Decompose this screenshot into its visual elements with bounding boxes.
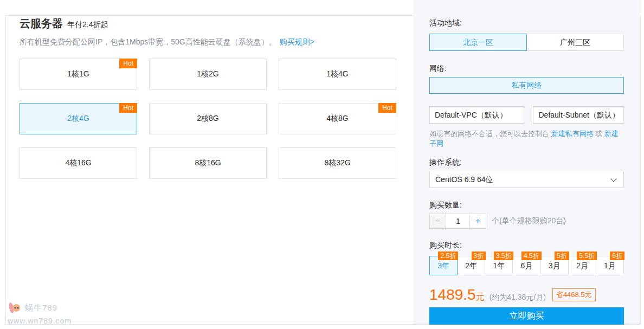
- region-label: 活动地域:: [429, 17, 624, 28]
- quantity-minus-button[interactable]: −: [429, 214, 446, 229]
- discount-badge: 3.5折: [494, 251, 514, 260]
- hot-badge: Hot: [119, 103, 137, 113]
- quantity-stepper: − 1 + 个(单个规格限购20台): [429, 214, 624, 229]
- buy-now-button[interactable]: 立即购买: [429, 307, 624, 325]
- spec-option-8c32g[interactable]: 8核32G: [279, 147, 396, 179]
- page-title: 云服务器: [20, 16, 63, 31]
- duration-option-label: 6月: [521, 261, 533, 270]
- spec-label: 8核16G: [195, 158, 221, 168]
- subnet-select[interactable]: Default-Subnet（默认）: [533, 106, 624, 124]
- watermark-url: www.wn789.com: [8, 317, 72, 325]
- duration-label: 购买时长:: [429, 240, 624, 250]
- spec-option-1c4g[interactable]: 1核4G: [279, 59, 396, 90]
- product-description: 所有机型免费分配公网IP，包含1Mbps带宽，50G高性能云硬盘（系统盘）。: [20, 37, 276, 46]
- duration-option-label: 2月: [576, 261, 588, 270]
- duration-option-1m[interactable]: 1月 6折: [596, 256, 624, 275]
- price-unit: 元: [476, 292, 485, 303]
- vpc-row: Default-VPC（默认） Default-Subnet（默认）: [429, 106, 624, 124]
- quantity-plus-button[interactable]: +: [469, 214, 486, 229]
- region-tab-guangzhou[interactable]: 广州三区: [526, 34, 624, 51]
- header-section: 云服务器 年付2.4折起 所有机型免费分配公网IP，包含1Mbps带宽，50G高…: [20, 16, 400, 47]
- duration-bar: 3年 2.5折 2年 3折 1年 3.5折 6月 4.5折 3月 5折 2月 5…: [429, 256, 624, 275]
- spec-option-4c8g[interactable]: 4核8G Hot: [279, 103, 396, 134]
- savings-badge: 省4468.5元: [552, 288, 596, 301]
- network-label: 网络:: [429, 63, 624, 74]
- network-note-or: 或: [594, 130, 604, 138]
- private-network-button[interactable]: 私有网络: [429, 77, 624, 94]
- discount-badge: 5折: [555, 251, 569, 260]
- duration-option-2y[interactable]: 2年 3折: [457, 256, 485, 275]
- spec-option-1c1g[interactable]: 1核1G Hot: [20, 59, 137, 90]
- region-tab-beijing[interactable]: 北京一区: [429, 34, 527, 51]
- duration-option-3m[interactable]: 3月 5折: [540, 256, 569, 275]
- discount-badge: 4.5折: [521, 251, 542, 260]
- chevron-down-icon: [610, 176, 616, 182]
- spec-option-2c4g[interactable]: 2核4G Hot: [20, 103, 137, 134]
- os-select[interactable]: CentOS 6.9 64位: [429, 171, 624, 188]
- spec-option-4c16g[interactable]: 4核16G: [20, 147, 137, 179]
- page-subtitle: 年付2.4折起: [67, 20, 108, 30]
- discount-badge: 6折: [610, 251, 624, 260]
- duration-option-label: 1月: [604, 261, 616, 270]
- quantity-hint: 个(单个规格限购20台): [492, 216, 566, 226]
- duration-option-label: 2年: [465, 261, 477, 270]
- spec-label: 4核16G: [65, 158, 91, 168]
- quantity-label: 购买数量:: [429, 199, 624, 210]
- discount-badge: 5.5折: [577, 251, 597, 260]
- network-note-text: 如现有的网络不合适，您可以去控制台: [429, 130, 551, 138]
- spec-label: 1核1G: [67, 69, 89, 79]
- network-note: 如现有的网络不合适，您可以去控制台 新建私有网络 或 新建子网: [429, 129, 624, 149]
- spec-label: 4核8G: [326, 114, 348, 124]
- spec-grid: 1核1G Hot 1核2G 1核4G 2核4G Hot 2核8G 4核8G Ho…: [20, 59, 400, 179]
- price-monthly: (约为41.38元/月): [490, 293, 546, 302]
- duration-option-2m[interactable]: 2月 5.5折: [568, 256, 596, 275]
- duration-option-label: 3年: [437, 261, 449, 270]
- hot-badge: Hot: [378, 103, 396, 113]
- duration-option-label: 3月: [549, 261, 561, 270]
- price-amount: 1489.5: [429, 287, 476, 303]
- discount-badge: 2.5折: [438, 251, 458, 260]
- vpc-select[interactable]: Default-VPC（默认）: [429, 106, 524, 124]
- spec-label: 2核8G: [197, 114, 218, 124]
- spec-label: 2核4G: [67, 114, 89, 124]
- duration-option-3y[interactable]: 3年 2.5折: [429, 256, 458, 275]
- watermark-name: 蜗牛789: [25, 303, 57, 313]
- new-vpc-link[interactable]: 新建私有网络: [551, 130, 594, 138]
- snail-logo-icon: [8, 301, 22, 314]
- config-panel: 活动地域: 北京一区 广州三区 网络: 私有网络 Default-VPC（默认）…: [413, 0, 640, 324]
- watermark: 蜗牛789 www.wn789.com: [8, 301, 72, 325]
- spec-option-2c8g[interactable]: 2核8G: [149, 103, 267, 134]
- duration-option-label: 1年: [493, 261, 505, 270]
- spec-label: 8核32G: [324, 158, 350, 168]
- discount-badge: 3折: [472, 251, 486, 260]
- os-selected-value: CentOS 6.9 64位: [435, 175, 493, 184]
- duration-option-1y[interactable]: 1年 3.5折: [485, 256, 513, 275]
- hot-badge: Hot: [119, 59, 137, 68]
- os-label: 操作系统:: [429, 157, 624, 167]
- price-row: 1489.5 元 (约为41.38元/月) 省4468.5元: [429, 287, 624, 303]
- purchase-rules-link[interactable]: 购买规则>: [280, 37, 314, 46]
- spec-option-1c2g[interactable]: 1核2G: [149, 59, 267, 90]
- duration-option-6m[interactable]: 6月 4.5折: [512, 256, 540, 275]
- spec-option-8c16g[interactable]: 8核16G: [149, 147, 267, 179]
- region-tabs: 北京一区 广州三区: [429, 34, 624, 51]
- quantity-input[interactable]: 1: [446, 214, 470, 229]
- spec-label: 1核2G: [197, 69, 218, 79]
- spec-label: 1核4G: [326, 69, 348, 79]
